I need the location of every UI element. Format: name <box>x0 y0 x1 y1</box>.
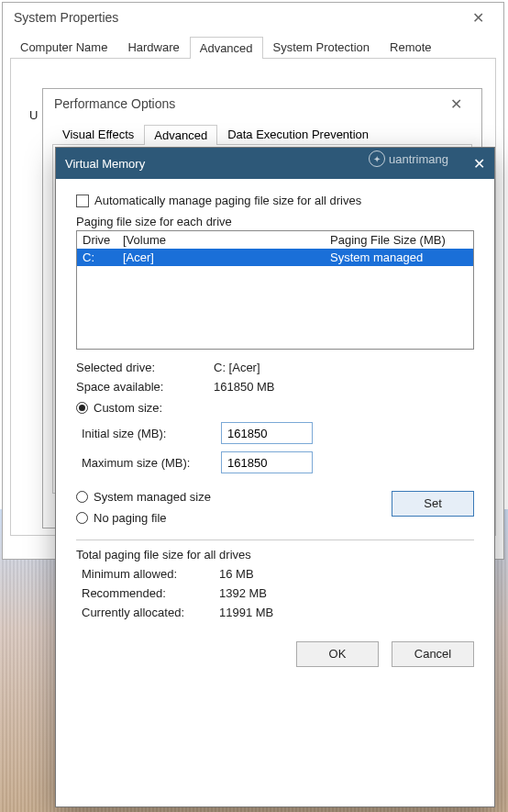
close-icon[interactable]: ✕ <box>437 95 474 113</box>
current-label: Currently allocated: <box>82 606 219 619</box>
set-button[interactable]: Set <box>392 491 474 517</box>
radio-system-managed[interactable]: System managed size <box>76 490 211 504</box>
recommended-label: Recommended: <box>82 586 219 600</box>
col-drive: Drive <box>83 233 123 247</box>
drive-row[interactable]: C: [Acer] System managed <box>77 249 473 266</box>
maximum-size-input[interactable] <box>221 451 313 473</box>
close-icon[interactable]: ✕ <box>459 9 496 27</box>
tab-dep[interactable]: Data Execution Prevention <box>217 124 379 144</box>
totals-label: Total paging file size for all drives <box>76 548 474 562</box>
divider <box>76 539 474 540</box>
auto-manage-checkbox[interactable]: Automatically manage paging file size fo… <box>76 194 474 207</box>
system-managed-label: System managed size <box>94 490 211 504</box>
radio-icon <box>76 491 88 503</box>
tab-computer-name[interactable]: Computer Name <box>10 36 117 58</box>
space-available-value: 161850 MB <box>214 380 275 394</box>
tab-perf-advanced[interactable]: Advanced <box>144 125 217 145</box>
sysprops-titlebar: System Properties ✕ <box>3 3 503 32</box>
tab-remote[interactable]: Remote <box>380 36 442 58</box>
close-icon[interactable]: ✕ <box>467 155 485 172</box>
paging-group-label: Paging file size for each drive <box>76 215 474 228</box>
auto-manage-label: Automatically manage paging file size fo… <box>94 194 361 207</box>
watermark: ✦ uantrimang <box>369 150 448 167</box>
col-size: Paging File Size (MB) <box>330 233 468 247</box>
no-paging-label: No paging file <box>94 511 167 525</box>
maximum-size-label: Maximum size (MB): <box>82 456 210 470</box>
radio-icon <box>76 402 88 414</box>
lightbulb-icon: ✦ <box>369 150 385 167</box>
virtual-memory-dialog: Virtual Memory ✦ uantrimang ✕ Automatica… <box>55 147 495 807</box>
row-size: System managed <box>330 250 468 264</box>
initial-size-input[interactable] <box>221 422 313 444</box>
watermark-text: uantrimang <box>389 152 448 166</box>
radio-custom-size[interactable]: Custom size: <box>76 401 474 415</box>
vm-ok-button[interactable]: OK <box>296 641 379 667</box>
tab-advanced[interactable]: Advanced <box>190 37 263 59</box>
drive-list-header: Drive [Volume Paging File Size (MB) <box>77 231 473 249</box>
sysprops-title: System Properties <box>10 10 459 25</box>
radio-no-paging[interactable]: No paging file <box>76 511 211 525</box>
radio-icon <box>76 512 88 524</box>
row-volume: [Acer] <box>123 250 330 264</box>
minimum-value: 16 MB <box>219 567 254 581</box>
selected-drive-label: Selected drive: <box>76 361 214 374</box>
row-drive: C: <box>83 250 123 264</box>
checkbox-icon <box>76 195 89 207</box>
col-volume: [Volume <box>123 233 330 247</box>
perfopts-titlebar: Performance Options ✕ <box>43 89 481 118</box>
vm-titlebar: Virtual Memory ✦ uantrimang ✕ <box>56 148 494 179</box>
space-available-label: Space available: <box>76 380 214 394</box>
recommended-value: 1392 MB <box>219 586 267 600</box>
initial-size-label: Initial size (MB): <box>82 427 210 440</box>
vm-cancel-button[interactable]: Cancel <box>392 641 474 667</box>
tab-hardware[interactable]: Hardware <box>117 36 189 58</box>
selected-drive-value: C: [Acer] <box>214 361 260 374</box>
sysprops-tabs: Computer Name Hardware Advanced System P… <box>10 36 496 59</box>
current-value: 11991 MB <box>219 606 273 619</box>
drive-list[interactable]: Drive [Volume Paging File Size (MB) C: [… <box>76 230 474 350</box>
minimum-label: Minimum allowed: <box>82 567 219 581</box>
label-fragment: U <box>29 108 38 122</box>
custom-size-label: Custom size: <box>94 401 162 415</box>
perfopts-title: Performance Options <box>50 96 437 111</box>
tab-system-protection[interactable]: System Protection <box>263 36 381 58</box>
tab-visual-effects[interactable]: Visual Effects <box>52 124 144 144</box>
perfopts-tabs: Visual Effects Advanced Data Execution P… <box>52 124 472 145</box>
